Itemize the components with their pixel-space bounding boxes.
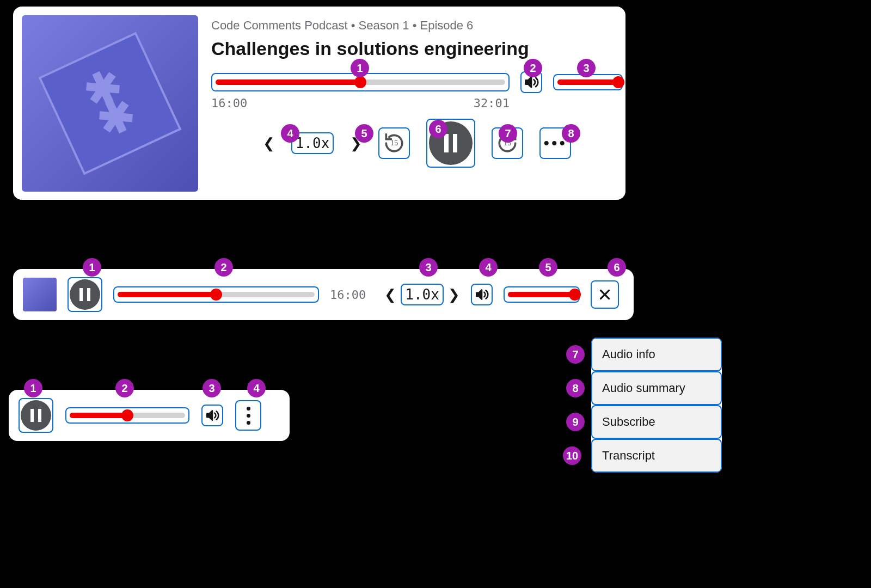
playback-rate[interactable]: 1.0x [401,284,444,305]
callout: 1 [24,379,42,397]
callout: 5 [355,124,373,143]
menu-item-audio-info[interactable]: Audio info [591,338,722,371]
seek-slider[interactable] [65,407,189,424]
rate-decrease-button[interactable]: ❮ [384,286,396,303]
svg-marker-1 [476,290,482,299]
episode-artwork: ✱✱ [22,15,198,192]
play-pause-button[interactable] [68,277,102,312]
volume-slider[interactable] [504,286,580,303]
callout: 10 [563,446,581,465]
episode-artwork-small [23,278,57,311]
svg-marker-4 [207,411,212,420]
callout: 7 [499,124,517,143]
episode-eyebrow: Code Comments Podcast • Season 1 • Episo… [211,19,623,33]
close-button[interactable] [591,280,619,309]
callout: 4 [479,258,498,277]
more-actions-menu: Audio info Audio summary Subscribe Trans… [591,338,722,473]
callout: 7 [566,345,585,364]
more-actions-button[interactable] [235,400,261,431]
svg-marker-0 [526,77,532,88]
rate-decrease-button[interactable]: ❮ [263,135,275,152]
audio-player-mini [9,390,290,441]
callout: 6 [608,258,626,277]
callout: 2 [214,258,233,277]
callout: 3 [577,59,596,77]
episode-title: Challenges in solutions engineering [211,38,623,59]
callout: 2 [115,379,134,397]
volume-icon[interactable] [201,405,223,426]
time-elapsed: 16:00 [211,96,247,110]
audio-player-bar: 16:00 ❮ 1.0x ❯ [13,269,634,320]
play-pause-button[interactable] [19,398,53,433]
callout: 1 [83,258,101,277]
callout: 4 [281,124,299,143]
menu-item-transcript[interactable]: Transcript [591,439,722,473]
callout: 6 [429,120,447,138]
volume-icon[interactable] [471,284,493,305]
time-duration: 32:01 [474,96,510,110]
audio-player-full: ✱✱ Code Comments Podcast • Season 1 • Ep… [13,7,625,200]
callout: 8 [566,379,585,397]
callout: 2 [524,59,542,77]
callout: 9 [566,413,585,431]
rate-increase-button[interactable]: ❯ [448,286,460,303]
callout: 1 [351,59,369,77]
callout: 3 [203,379,221,397]
callout: 3 [419,258,438,277]
menu-item-audio-summary[interactable]: Audio summary [591,371,722,405]
time-elapsed: 16:00 [330,288,366,302]
callout: 4 [247,379,266,397]
menu-item-subscribe[interactable]: Subscribe [591,405,722,439]
seek-slider[interactable] [113,286,319,303]
callout: 5 [539,258,557,277]
rewind-seconds-label: 15 [390,139,398,148]
rewind-15-button[interactable]: 15 [378,127,410,159]
callout: 8 [562,124,580,143]
